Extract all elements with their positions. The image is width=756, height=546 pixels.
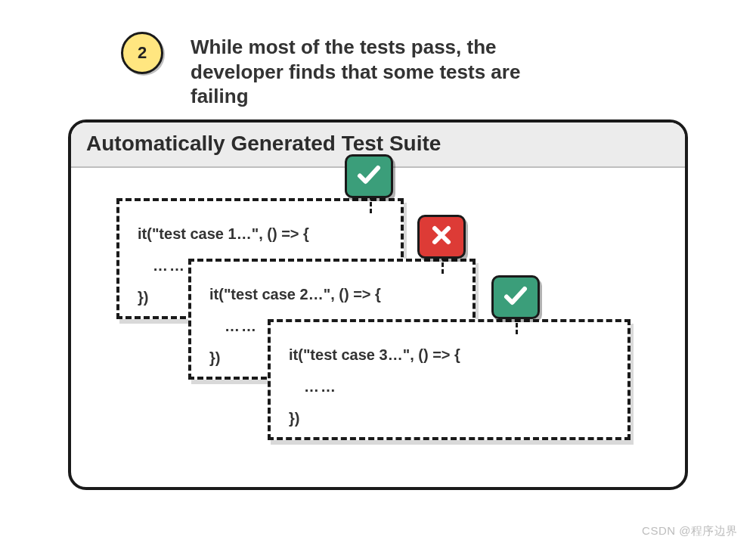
- code-line: it("test case 2…", () => {: [209, 278, 454, 310]
- step-description: While most of the tests pass, the develo…: [191, 32, 569, 109]
- code-line: it("test case 1…", () => {: [138, 218, 383, 250]
- fail-badge: [417, 215, 466, 259]
- x-icon: [428, 222, 455, 252]
- pass-badge: [491, 275, 540, 319]
- pass-badge: [345, 154, 393, 198]
- code-line: it("test case 3…", () => {: [289, 339, 609, 371]
- watermark: CSDN @程序边界: [642, 524, 738, 538]
- code-line: }): [289, 402, 609, 434]
- check-icon: [502, 282, 529, 312]
- check-icon: [355, 161, 383, 191]
- step-number-badge: 2: [121, 32, 163, 74]
- panel-body: it("test case 1…", () => { …… }) it("tes…: [71, 168, 685, 489]
- step-header: 2 While most of the tests pass, the deve…: [121, 32, 711, 109]
- step-number: 2: [138, 43, 147, 63]
- test-suite-panel: Automatically Generated Test Suite it("t…: [68, 119, 688, 490]
- code-line: ……: [289, 371, 609, 402]
- test-case-box: it("test case 3…", () => { …… }): [268, 319, 631, 440]
